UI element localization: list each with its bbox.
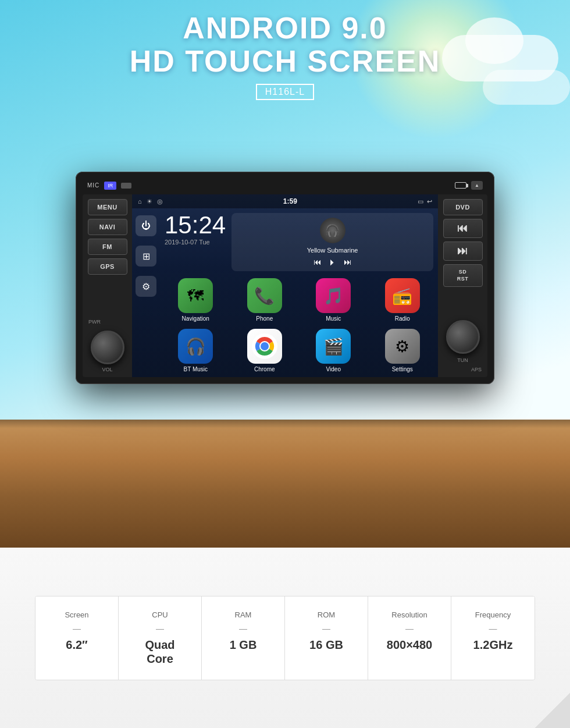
android-screen: ⌂ ☀ ◎ 1:59 ▭ ↩ ⏻ (132, 194, 438, 377)
spec-rom-dash: — (294, 624, 358, 633)
chrome-label: Chrome (254, 366, 275, 372)
phone-icon: 📞 (247, 278, 282, 313)
spec-ram-label: RAM (211, 610, 275, 619)
time-block: 15:24 2019-10-07 Tue (165, 213, 226, 271)
screen-main: 15:24 2019-10-07 Tue 🎧 Yellow Submarine … (160, 208, 438, 377)
navigation-icon: 🗺 (178, 278, 213, 313)
fm-button[interactable]: FM (88, 239, 127, 255)
svg-point-2 (261, 342, 269, 350)
settings-sidebar-icon[interactable]: ⚙ (136, 276, 156, 297)
dvd-button[interactable]: DVD (443, 199, 483, 215)
device-top-right: ▲ (455, 181, 483, 190)
spec-screen: Screen — 6.2″ (35, 596, 119, 680)
screen-container: ⌂ ☀ ◎ 1:59 ▭ ↩ ⏻ (132, 194, 438, 377)
spec-cpu-dash: — (128, 624, 192, 633)
app-radio[interactable]: 📻 Radio (372, 278, 434, 322)
phone-label: Phone (256, 315, 273, 322)
spec-cpu-value: QuadCore (128, 638, 192, 666)
video-label: Video (326, 366, 341, 372)
spec-frequency: Frequency — 1.2GHz (451, 596, 535, 680)
spec-screen-label: Screen (45, 610, 109, 619)
video-icon: 🎬 (316, 329, 351, 364)
prev-track-button[interactable]: ⏮ (443, 219, 483, 238)
app-chrome[interactable]: Chrome (234, 329, 296, 372)
music-title: Yellow Submarine (307, 247, 358, 254)
app-navigation[interactable]: 🗺 Navigation (165, 278, 227, 322)
specs-section: Screen — 6.2″ CPU — QuadCore RAM — 1 GB … (0, 548, 570, 728)
music-label: Music (326, 315, 341, 322)
spec-cpu: CPU — QuadCore (119, 596, 202, 680)
device-top-bar: MIC IR ▲ (83, 179, 487, 194)
paper-curl (535, 693, 570, 728)
spec-resolution: Resolution — 800×480 (368, 596, 451, 680)
time-display: 15:24 (165, 213, 226, 237)
prev-button[interactable]: ⏮ (314, 257, 322, 267)
main-title: ANDROID 9.0 HD TOUCH SCREEN (0, 12, 570, 78)
back-icon: ↩ (427, 198, 432, 205)
app-music[interactable]: 🎵 Music (302, 278, 365, 322)
app-btmusic[interactable]: 🎧 BT Music (165, 329, 227, 372)
app-video[interactable]: 🎬 Video (302, 329, 365, 372)
spec-frequency-dash: — (461, 624, 525, 633)
radio-icon: 📻 (385, 278, 420, 313)
device-top-left: MIC IR (87, 182, 131, 190)
screen-content: ⏻ ⊞ ⚙ 15:24 2019-10-07 Tue (132, 208, 438, 377)
music-controls: ⏮ ⏵ ⏭ (314, 257, 352, 267)
navigation-label: Navigation (182, 315, 209, 322)
wood-surface (0, 420, 570, 548)
specs-grid: Screen — 6.2″ CPU — QuadCore RAM — 1 GB … (35, 596, 535, 680)
device-body: MENU NAVI FM GPS PWR VOL ⌂ ☀ ◎ (83, 194, 487, 377)
app-grid: 🗺 Navigation 📞 Phone (165, 278, 433, 372)
tuning-knob[interactable] (446, 320, 480, 354)
screen-sidebar: ⏻ ⊞ ⚙ (132, 208, 160, 377)
device-outer: MIC IR ▲ MENU NAVI FM GPS PWR VOL (76, 172, 494, 384)
tun-label: TUN (457, 357, 468, 363)
apps-icon[interactable]: ⊞ (136, 246, 156, 267)
app-settings[interactable]: ⚙ Settings (372, 329, 434, 372)
settings-label: Settings (392, 366, 413, 372)
spec-rom-label: ROM (294, 610, 358, 619)
next-track-button[interactable]: ⏭ (443, 242, 483, 261)
spec-resolution-value: 800×480 (377, 638, 441, 652)
chrome-icon (247, 329, 282, 364)
spec-frequency-label: Frequency (461, 610, 525, 619)
device-wrapper: MIC IR ▲ MENU NAVI FM GPS PWR VOL (76, 172, 494, 384)
eye-icon: ◎ (157, 198, 163, 205)
spec-resolution-dash: — (377, 624, 441, 633)
aps-label: APS (471, 367, 482, 372)
radio-label: Radio (395, 315, 410, 322)
spec-frequency-value: 1.2GHz (461, 638, 525, 652)
next-button[interactable]: ⏭ (344, 257, 352, 267)
spec-ram-dash: — (211, 624, 275, 633)
app-phone[interactable]: 📞 Phone (234, 278, 296, 322)
spec-rom: ROM — 16 GB (285, 596, 368, 680)
status-right: ▭ ↩ (418, 198, 432, 205)
ir-badge: IR (104, 182, 116, 190)
window-icon: ▭ (418, 198, 423, 205)
btmusic-icon: 🎧 (178, 329, 213, 364)
spec-screen-dash: — (45, 624, 109, 633)
gps-button[interactable]: GPS (88, 258, 127, 275)
date-display: 2019-10-07 Tue (165, 239, 226, 246)
left-panel: MENU NAVI FM GPS PWR VOL (83, 194, 132, 377)
brightness-icon: ☀ (147, 198, 152, 205)
small-indicator (121, 183, 131, 189)
navi-button[interactable]: NAVI (88, 219, 127, 235)
power-icon[interactable]: ⏻ (136, 215, 156, 236)
status-left: ⌂ ☀ ◎ (138, 198, 163, 205)
sd-rst-button[interactable]: SDRST (443, 264, 483, 287)
spec-rom-value: 16 GB (294, 638, 358, 652)
menu-button[interactable]: MENU (88, 199, 127, 215)
settings-icon: ⚙ (385, 329, 420, 364)
mic-label: MIC (87, 182, 99, 189)
vol-label: VOL (102, 367, 112, 372)
battery-icon (455, 182, 466, 189)
home-icon: ⌂ (138, 198, 142, 205)
time-music-row: 15:24 2019-10-07 Tue 🎧 Yellow Submarine … (165, 213, 433, 271)
volume-knob[interactable] (91, 331, 124, 364)
model-badge: H116L-L (256, 84, 314, 100)
pwr-label: PWR (88, 319, 101, 325)
play-button[interactable]: ⏵ (329, 257, 337, 267)
btmusic-label: BT Music (184, 366, 208, 372)
eject-button[interactable]: ▲ (471, 181, 483, 190)
